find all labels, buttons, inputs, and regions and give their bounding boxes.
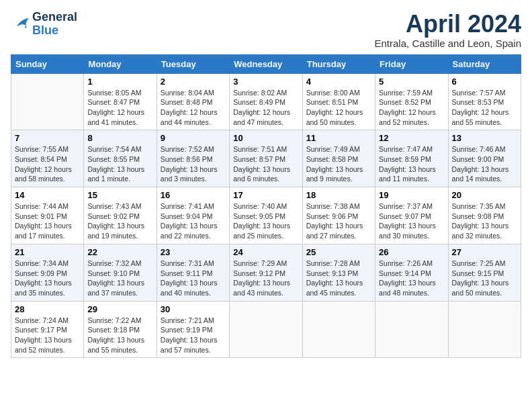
week-row-3: 14Sunrise: 7:44 AM Sunset: 9:01 PM Dayli… [11, 187, 521, 244]
day-number: 18 [306, 190, 371, 200]
day-info: Sunrise: 7:32 AM Sunset: 9:10 PM Dayligh… [87, 259, 152, 298]
day-number: 16 [161, 190, 226, 200]
day-cell: 7Sunrise: 7:55 AM Sunset: 8:54 PM Daylig… [11, 130, 84, 187]
day-cell: 5Sunrise: 7:59 AM Sunset: 8:52 PM Daylig… [375, 73, 448, 130]
day-info: Sunrise: 7:47 AM Sunset: 8:59 PM Dayligh… [379, 144, 444, 184]
page-header: GeneralBlue April 2024 Entrala, Castille… [11, 11, 521, 49]
day-cell: 1Sunrise: 8:05 AM Sunset: 8:47 PM Daylig… [84, 73, 157, 130]
day-info: Sunrise: 7:49 AM Sunset: 8:58 PM Dayligh… [306, 144, 371, 184]
day-number: 19 [379, 190, 444, 200]
day-cell: 24Sunrise: 7:29 AM Sunset: 9:12 PM Dayli… [230, 244, 302, 301]
day-number: 26 [379, 247, 444, 257]
day-number: 15 [87, 190, 152, 200]
day-cell: 12Sunrise: 7:47 AM Sunset: 8:59 PM Dayli… [375, 130, 448, 187]
day-number: 22 [87, 247, 152, 257]
day-info: Sunrise: 7:52 AM Sunset: 8:56 PM Dayligh… [161, 144, 226, 184]
week-row-5: 28Sunrise: 7:24 AM Sunset: 9:17 PM Dayli… [11, 301, 521, 358]
day-number: 28 [15, 304, 80, 314]
day-info: Sunrise: 7:44 AM Sunset: 9:01 PM Dayligh… [15, 201, 80, 241]
day-info: Sunrise: 8:02 AM Sunset: 8:49 PM Dayligh… [233, 88, 298, 128]
day-cell: 3Sunrise: 8:02 AM Sunset: 8:49 PM Daylig… [230, 73, 302, 130]
day-cell [302, 301, 375, 358]
day-info: Sunrise: 7:31 AM Sunset: 9:11 PM Dayligh… [161, 259, 226, 298]
day-number: 20 [452, 190, 517, 200]
week-row-4: 21Sunrise: 7:34 AM Sunset: 9:09 PM Dayli… [11, 244, 521, 301]
day-info: Sunrise: 7:21 AM Sunset: 9:19 PM Dayligh… [161, 316, 226, 355]
day-info: Sunrise: 7:46 AM Sunset: 9:00 PM Dayligh… [452, 144, 517, 184]
day-cell: 25Sunrise: 7:28 AM Sunset: 9:13 PM Dayli… [302, 244, 375, 301]
day-number: 6 [452, 77, 517, 87]
day-number: 25 [306, 247, 371, 257]
day-info: Sunrise: 7:26 AM Sunset: 9:14 PM Dayligh… [379, 259, 444, 298]
day-info: Sunrise: 7:51 AM Sunset: 8:57 PM Dayligh… [233, 144, 298, 184]
day-info: Sunrise: 8:00 AM Sunset: 8:51 PM Dayligh… [306, 88, 371, 128]
day-number: 30 [161, 304, 226, 314]
day-info: Sunrise: 7:55 AM Sunset: 8:54 PM Dayligh… [15, 144, 80, 184]
day-number: 17 [233, 190, 298, 200]
day-info: Sunrise: 7:54 AM Sunset: 8:55 PM Dayligh… [87, 144, 152, 184]
day-cell [375, 301, 448, 358]
day-cell: 28Sunrise: 7:24 AM Sunset: 9:17 PM Dayli… [11, 301, 84, 358]
day-info: Sunrise: 7:22 AM Sunset: 9:18 PM Dayligh… [87, 316, 152, 355]
column-header-friday: Friday [375, 54, 448, 73]
day-cell: 23Sunrise: 7:31 AM Sunset: 9:11 PM Dayli… [157, 244, 229, 301]
day-info: Sunrise: 7:40 AM Sunset: 9:05 PM Dayligh… [233, 201, 298, 241]
day-cell: 26Sunrise: 7:26 AM Sunset: 9:14 PM Dayli… [375, 244, 448, 301]
day-cell: 22Sunrise: 7:32 AM Sunset: 9:10 PM Dayli… [84, 244, 157, 301]
day-number: 3 [233, 77, 298, 87]
day-cell: 13Sunrise: 7:46 AM Sunset: 9:00 PM Dayli… [448, 130, 521, 187]
day-info: Sunrise: 7:34 AM Sunset: 9:09 PM Dayligh… [15, 259, 80, 298]
logo-text: GeneralBlue [32, 11, 77, 38]
column-header-thursday: Thursday [302, 54, 375, 73]
day-cell: 11Sunrise: 7:49 AM Sunset: 8:58 PM Dayli… [302, 130, 375, 187]
day-info: Sunrise: 7:35 AM Sunset: 9:08 PM Dayligh… [452, 201, 517, 241]
day-cell: 9Sunrise: 7:52 AM Sunset: 8:56 PM Daylig… [157, 130, 229, 187]
day-number: 24 [233, 247, 298, 257]
month-title: April 2024 [375, 11, 521, 38]
day-cell [448, 301, 521, 358]
day-cell: 15Sunrise: 7:43 AM Sunset: 9:02 PM Dayli… [84, 187, 157, 244]
title-area: April 2024 Entrala, Castille and Leon, S… [375, 11, 521, 49]
column-header-wednesday: Wednesday [230, 54, 302, 73]
day-cell: 19Sunrise: 7:37 AM Sunset: 9:07 PM Dayli… [375, 187, 448, 244]
day-info: Sunrise: 7:59 AM Sunset: 8:52 PM Dayligh… [379, 88, 444, 128]
day-info: Sunrise: 8:04 AM Sunset: 8:48 PM Dayligh… [161, 88, 226, 128]
day-number: 13 [452, 133, 517, 143]
day-cell: 30Sunrise: 7:21 AM Sunset: 9:19 PM Dayli… [157, 301, 229, 358]
day-info: Sunrise: 7:37 AM Sunset: 9:07 PM Dayligh… [379, 201, 444, 241]
logo-icon [12, 17, 31, 32]
day-info: Sunrise: 7:28 AM Sunset: 9:13 PM Dayligh… [306, 259, 371, 298]
day-number: 21 [15, 247, 80, 257]
day-number: 9 [161, 133, 226, 143]
day-cell: 16Sunrise: 7:41 AM Sunset: 9:04 PM Dayli… [157, 187, 229, 244]
day-cell [11, 73, 84, 130]
day-info: Sunrise: 7:38 AM Sunset: 9:06 PM Dayligh… [306, 201, 371, 241]
day-cell: 8Sunrise: 7:54 AM Sunset: 8:55 PM Daylig… [84, 130, 157, 187]
day-cell: 29Sunrise: 7:22 AM Sunset: 9:18 PM Dayli… [84, 301, 157, 358]
day-number: 11 [306, 133, 371, 143]
day-number: 12 [379, 133, 444, 143]
calendar-table: SundayMondayTuesdayWednesdayThursdayFrid… [11, 54, 521, 359]
day-info: Sunrise: 7:41 AM Sunset: 9:04 PM Dayligh… [161, 201, 226, 241]
day-cell: 21Sunrise: 7:34 AM Sunset: 9:09 PM Dayli… [11, 244, 84, 301]
column-header-sunday: Sunday [11, 54, 84, 73]
day-number: 8 [87, 133, 152, 143]
day-info: Sunrise: 7:25 AM Sunset: 9:15 PM Dayligh… [452, 259, 517, 298]
column-header-saturday: Saturday [448, 54, 521, 73]
day-cell: 18Sunrise: 7:38 AM Sunset: 9:06 PM Dayli… [302, 187, 375, 244]
day-number: 5 [379, 77, 444, 87]
day-info: Sunrise: 7:29 AM Sunset: 9:12 PM Dayligh… [233, 259, 298, 298]
day-number: 14 [15, 190, 80, 200]
day-info: Sunrise: 8:05 AM Sunset: 8:47 PM Dayligh… [87, 88, 152, 128]
day-number: 7 [15, 133, 80, 143]
day-cell: 20Sunrise: 7:35 AM Sunset: 9:08 PM Dayli… [448, 187, 521, 244]
day-cell: 2Sunrise: 8:04 AM Sunset: 8:48 PM Daylig… [157, 73, 229, 130]
location-subtitle: Entrala, Castille and Leon, Spain [375, 38, 521, 49]
day-info: Sunrise: 7:24 AM Sunset: 9:17 PM Dayligh… [15, 316, 80, 355]
calendar-header-row: SundayMondayTuesdayWednesdayThursdayFrid… [11, 54, 521, 73]
day-cell: 4Sunrise: 8:00 AM Sunset: 8:51 PM Daylig… [302, 73, 375, 130]
day-cell: 10Sunrise: 7:51 AM Sunset: 8:57 PM Dayli… [230, 130, 302, 187]
day-number: 27 [452, 247, 517, 257]
day-number: 23 [161, 247, 226, 257]
day-number: 10 [233, 133, 298, 143]
